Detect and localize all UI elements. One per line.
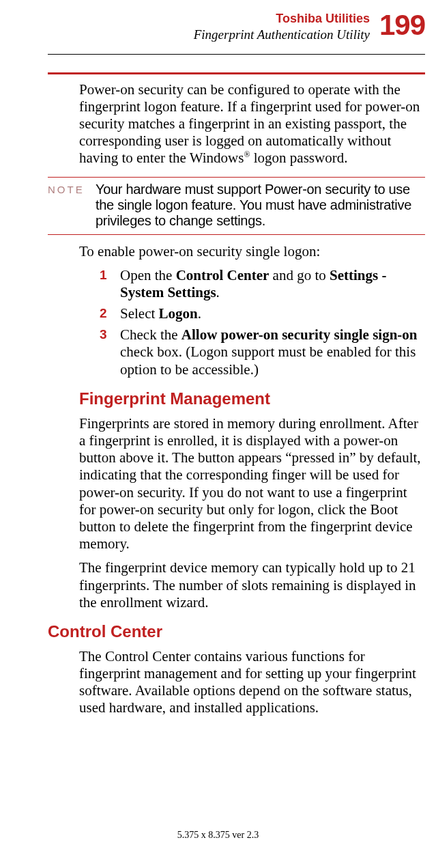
enable-line: To enable power-on security single logon… [79, 243, 425, 260]
heading-fingerprint-management: Fingerprint Management [79, 389, 425, 408]
step-2: 2 Select Logon. [100, 305, 425, 322]
step-text: Check the Allow power-on security single… [120, 326, 425, 378]
note-rule-bottom [48, 234, 425, 235]
header-title: Toshiba Utilities [194, 12, 370, 26]
steps-list: 1 Open the Control Center and go to Sett… [100, 267, 425, 378]
fm-paragraph-2: The fingerprint device memory can typica… [79, 559, 425, 611]
note-rule-top [48, 177, 425, 178]
step-number: 1 [100, 267, 120, 283]
intro-text-c: logon password. [250, 150, 348, 166]
step-number: 2 [100, 305, 120, 322]
header-titles: Toshiba Utilities Fingerprint Authentica… [194, 12, 370, 43]
footer-text: 5.375 x 8.375 ver 2.3 [0, 830, 436, 841]
fm-paragraph-1: Fingerprints are stored in memory during… [79, 415, 425, 553]
header-subtitle: Fingerprint Authentication Utility [194, 27, 370, 43]
note-row: NOTE Your hardware must support Power-on… [79, 182, 425, 229]
note-label: NOTE [48, 182, 96, 195]
registered-symbol: ® [244, 150, 250, 159]
page-number: 199 [379, 12, 425, 38]
step-number: 3 [100, 326, 120, 343]
note-text: Your hardware must support Power-on secu… [96, 182, 425, 229]
heading-control-center: Control Center [48, 622, 425, 641]
cc-paragraph: The Control Center contains various func… [79, 648, 425, 717]
step-1: 1 Open the Control Center and go to Sett… [100, 267, 425, 301]
page: Toshiba Utilities Fingerprint Authentica… [0, 0, 436, 868]
step-text: Open the Control Center and go to Settin… [120, 267, 425, 301]
content-area: Power-on security can be configured to o… [79, 55, 425, 717]
step-text: Select Logon. [120, 305, 425, 322]
note-block: NOTE Your hardware must support Power-on… [79, 177, 425, 235]
intro-paragraph: Power-on security can be configured to o… [79, 81, 425, 167]
step-3: 3 Check the Allow power-on security sing… [100, 326, 425, 378]
red-rule-top [48, 72, 425, 74]
page-header: Toshiba Utilities Fingerprint Authentica… [48, 12, 425, 43]
